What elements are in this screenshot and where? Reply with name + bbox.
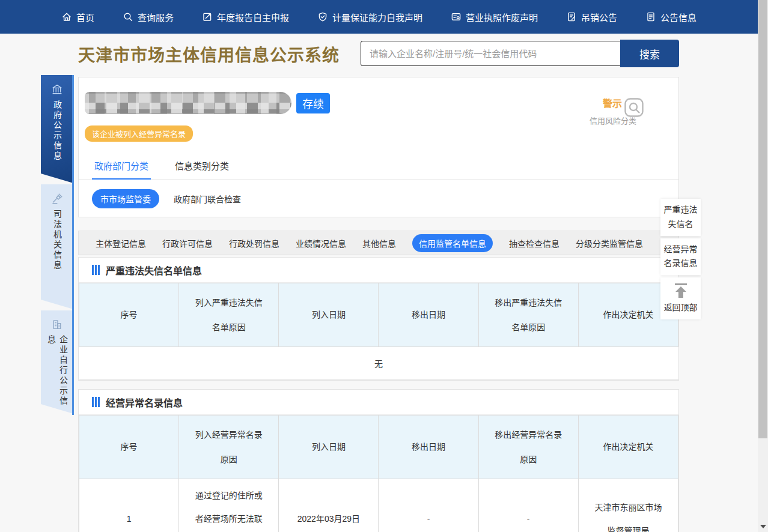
nav-item-bulletin-info[interactable]: 公告信息 xyxy=(645,11,696,23)
category-tab-strip: 主体登记信息 行政许可信息 行政处罚信息 业绩情况信息 其他信息 信用监管名单信… xyxy=(78,231,679,255)
column-header-date-out: 移出日期 xyxy=(379,283,478,347)
sidebar-item-government-publicity[interactable]: 政府公示信息 xyxy=(41,75,73,183)
nav-item-label: 首页 xyxy=(76,11,94,23)
column-header-date-out: 移出日期 xyxy=(379,416,478,479)
nav-item-label: 营业执照作废声明 xyxy=(466,11,538,23)
empty-row: 无 xyxy=(79,347,678,380)
tab-administrative-license-info[interactable]: 行政许可信息 xyxy=(162,237,213,249)
column-header-reason-out: 移出经营异常名录原因 xyxy=(478,416,578,479)
nav-item-revocation-notice[interactable]: 吊销公告 xyxy=(566,11,617,23)
section-bars-icon xyxy=(92,397,100,407)
page-title: 天津市市场主体信用信息公示系统 xyxy=(78,42,340,66)
back-to-top-icon xyxy=(672,283,690,298)
tab-by-government-department[interactable]: 政府部门分类 xyxy=(92,153,151,180)
search-button[interactable]: 搜索 xyxy=(620,40,679,67)
department-filter-row: 市市场监管委 政府部门联合检查 xyxy=(92,189,241,208)
nav-item-home[interactable]: 首页 xyxy=(61,11,94,23)
tab-credit-supervision-list-info[interactable]: 信用监管名单信息 xyxy=(412,234,493,252)
scrollbar-track[interactable] xyxy=(758,0,768,532)
revoke-doc-icon xyxy=(566,11,577,22)
nav-item-annual-report[interactable]: 年度报告自主申报 xyxy=(202,11,289,23)
abnormal-operation-table: 序号 列入经营异常名录原因 列入日期 移出日期 移出经营异常名录原因 作出决定机… xyxy=(79,415,678,532)
cell-date-in: 2022年03月29日 xyxy=(279,479,379,532)
serious-violation-section: 严重违法失信名单信息 序号 列入严重违法失信名单原因 列入日期 移出日期 移出严… xyxy=(78,257,679,381)
section-bars-icon xyxy=(92,265,100,275)
abnormal-operation-section: 经营异常名录信息 序号 列入经营异常名录原因 列入日期 移出日期 移出经营异常名… xyxy=(78,389,679,532)
cell-reason-in: 通过登记的住所或者经营场所无法联系的 xyxy=(179,479,279,532)
tab-spot-check-info[interactable]: 抽查检查信息 xyxy=(509,237,559,249)
department-pill-market-supervision[interactable]: 市市场监管委 xyxy=(92,189,159,208)
back-to-top-button[interactable]: 返回顶部 xyxy=(660,277,701,319)
search-icon xyxy=(123,11,133,22)
top-navigation: 首页 查询服务 年度报告自主申报 计量保证能力自我声明 营业执照作废声明 吊销公… xyxy=(0,0,758,34)
section-title: 严重违法失信名单信息 xyxy=(106,263,202,277)
cell-seq: 1 xyxy=(79,479,179,532)
column-header-authority: 作出决定机关 xyxy=(578,416,678,479)
serious-violation-table: 序号 列入严重违法失信名单原因 列入日期 移出日期 移出严重违法失信名单原因 作… xyxy=(79,283,678,380)
floating-anchor-menu: 严重违法失信名 经营异常名录信息 返回顶部 xyxy=(660,199,701,319)
nav-item-label: 计量保证能力自我声明 xyxy=(332,11,422,23)
sidebar-item-judicial-info[interactable]: 司法机关信息 xyxy=(41,184,73,309)
department-item-joint-inspection[interactable]: 政府部门联合检查 xyxy=(174,193,241,205)
government-building-icon xyxy=(51,83,63,95)
column-header-reason-out: 移出严重违法失信名单原因 xyxy=(478,283,578,347)
empty-cell: 无 xyxy=(79,347,678,380)
tab-by-information-category[interactable]: 信息类别分类 xyxy=(172,153,231,180)
sidebar-accent-line xyxy=(72,75,74,415)
nav-item-label: 公告信息 xyxy=(660,11,696,23)
nav-item-license-void-declaration[interactable]: 营业执照作废声明 xyxy=(451,11,538,23)
status-badge: 存续 xyxy=(296,93,330,113)
cell-authority: 天津市东丽区市场监督管理局 xyxy=(578,479,678,532)
sidebar-item-label: 政府公示信息 xyxy=(51,100,63,162)
table-row: 1 通过登记的住所或者经营场所无法联系的 2022年03月29日 - - 天津市… xyxy=(79,479,678,532)
sidebar-item-enterprise-self-publicity[interactable]: 企业自行公示信息 xyxy=(41,310,73,414)
sidebar-item-label: 企业自行公示信息 xyxy=(45,335,69,414)
tab-graded-classification-supervision-info[interactable]: 分级分类监管信息 xyxy=(576,237,643,249)
magnifier-preview-icon[interactable] xyxy=(623,97,645,118)
bulletin-icon xyxy=(645,11,656,22)
back-to-top-label: 返回顶部 xyxy=(664,303,698,312)
sidebar-item-label: 司法机关信息 xyxy=(51,210,63,271)
shield-check-icon xyxy=(317,11,328,22)
column-header-reason-in: 列入严重违法失信名单原因 xyxy=(179,283,279,347)
cell-date-out: - xyxy=(379,479,478,532)
home-icon xyxy=(61,11,72,22)
anchor-abnormal-operation[interactable]: 经营异常名录信息 xyxy=(660,238,701,276)
company-name-redacted xyxy=(85,92,291,114)
tab-administrative-penalty-info[interactable]: 行政处罚信息 xyxy=(229,237,279,249)
nav-item-label: 年度报告自主申报 xyxy=(217,11,289,23)
column-header-seq: 序号 xyxy=(79,416,179,479)
nav-item-query-service[interactable]: 查询服务 xyxy=(123,11,174,23)
scrollbar-down-arrow-icon[interactable] xyxy=(760,525,766,528)
column-header-seq: 序号 xyxy=(79,283,179,347)
company-summary-card: 存续 该企业被列入经营异常名录 警示 信用风险分类 政府部门分类 信息类别分类 … xyxy=(78,77,679,217)
anchor-serious-violation[interactable]: 严重违法失信名 xyxy=(660,199,701,236)
tab-other-info[interactable]: 其他信息 xyxy=(362,237,396,249)
column-header-reason-in: 列入经营异常名录原因 xyxy=(179,416,279,479)
tab-registration-info[interactable]: 主体登记信息 xyxy=(96,237,146,249)
section-header: 经营异常名录信息 xyxy=(79,390,678,415)
search-bar: 搜索 xyxy=(361,40,679,67)
nav-item-label: 吊销公告 xyxy=(581,11,617,23)
table-header-row: 序号 列入严重违法失信名单原因 列入日期 移出日期 移出严重违法失信名单原因 作… xyxy=(79,283,678,347)
section-title: 经营异常名录信息 xyxy=(106,395,183,410)
classification-tabs: 政府部门分类 信息类别分类 xyxy=(79,153,678,180)
abnormal-operation-warning-badge: 该企业被列入经营异常名录 xyxy=(85,125,193,142)
cell-reason-out: - xyxy=(478,479,578,532)
scrollbar-thumb[interactable] xyxy=(758,0,767,438)
tab-performance-info[interactable]: 业绩情况信息 xyxy=(296,237,346,249)
license-icon xyxy=(451,11,462,22)
edit-icon xyxy=(202,11,213,22)
nav-item-metrology-declaration[interactable]: 计量保证能力自我声明 xyxy=(317,11,422,23)
column-header-date-in: 列入日期 xyxy=(279,416,379,479)
column-header-date-in: 列入日期 xyxy=(279,283,379,347)
section-header: 严重违法失信名单信息 xyxy=(79,258,678,283)
office-building-icon xyxy=(51,319,63,330)
nav-item-label: 查询服务 xyxy=(138,11,174,23)
gavel-icon xyxy=(51,193,63,205)
table-header-row: 序号 列入经营异常名录原因 列入日期 移出日期 移出经营异常名录原因 作出决定机… xyxy=(79,416,678,479)
search-input[interactable] xyxy=(361,41,620,66)
